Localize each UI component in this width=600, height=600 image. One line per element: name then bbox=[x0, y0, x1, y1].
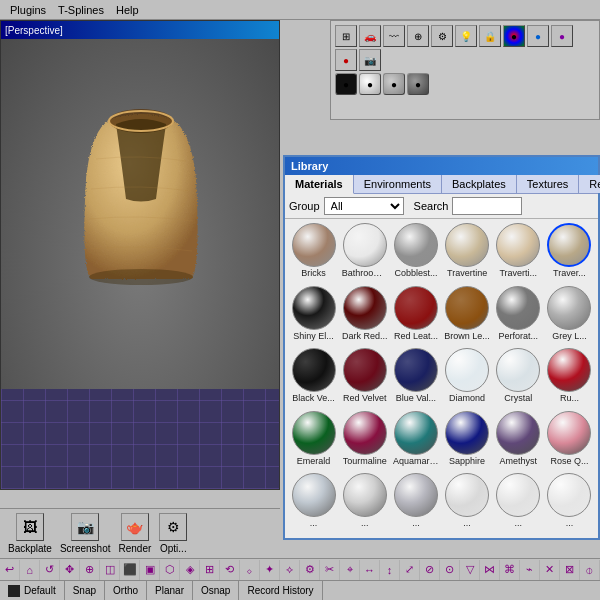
status-ortho[interactable]: Ortho bbox=[105, 581, 147, 600]
iconbar-btn-8[interactable]: ▣ bbox=[140, 560, 160, 580]
tool-color[interactable]: ● bbox=[503, 25, 525, 47]
render-tool[interactable]: 🫖 Render bbox=[119, 513, 152, 554]
iconbar-btn-11[interactable]: ⊞ bbox=[200, 560, 220, 580]
iconbar-btn-22[interactable]: ⊘ bbox=[420, 560, 440, 580]
iconbar-btn-4[interactable]: ✥ bbox=[60, 560, 80, 580]
material-sphere[interactable] bbox=[547, 286, 591, 330]
tool-grey-sphere[interactable]: ● bbox=[383, 73, 405, 95]
material-sphere[interactable] bbox=[496, 223, 540, 267]
iconbar-btn-2[interactable]: ⌂ bbox=[20, 560, 40, 580]
material-item[interactable]: Crystal bbox=[494, 348, 543, 409]
viewport-canvas[interactable] bbox=[1, 39, 279, 489]
iconbar-btn-27[interactable]: ⌁ bbox=[520, 560, 540, 580]
tool-purple[interactable]: ● bbox=[551, 25, 573, 47]
material-sphere[interactable] bbox=[292, 473, 336, 517]
material-item[interactable]: Aquamarine bbox=[391, 411, 440, 472]
material-item[interactable]: ... bbox=[340, 473, 389, 534]
status-snap[interactable]: Snap bbox=[65, 581, 105, 600]
material-sphere[interactable] bbox=[343, 348, 387, 392]
iconbar-btn-17[interactable]: ✂ bbox=[320, 560, 340, 580]
material-sphere[interactable] bbox=[292, 348, 336, 392]
tool-light[interactable]: 💡 bbox=[455, 25, 477, 47]
iconbar-btn-21[interactable]: ⤢ bbox=[400, 560, 420, 580]
tool-dark-sphere[interactable]: ● bbox=[407, 73, 429, 95]
iconbar-btn-20[interactable]: ↕ bbox=[380, 560, 400, 580]
tool-black-sphere[interactable]: ● bbox=[335, 73, 357, 95]
material-sphere[interactable] bbox=[445, 348, 489, 392]
tab-environments[interactable]: Environments bbox=[354, 175, 442, 193]
iconbar-btn-19[interactable]: ↔ bbox=[360, 560, 380, 580]
material-sphere[interactable] bbox=[445, 473, 489, 517]
tool-car[interactable]: 🚗 bbox=[359, 25, 381, 47]
menu-tsplines[interactable]: T-Splines bbox=[52, 4, 110, 16]
material-sphere[interactable] bbox=[547, 411, 591, 455]
backplate-icon[interactable]: 🖼 bbox=[16, 513, 44, 541]
iconbar-btn-16[interactable]: ⚙ bbox=[300, 560, 320, 580]
iconbar-btn-13[interactable]: ⬦ bbox=[240, 560, 260, 580]
material-sphere[interactable] bbox=[343, 223, 387, 267]
material-item[interactable]: Travertine bbox=[443, 223, 492, 284]
material-sphere[interactable] bbox=[394, 223, 438, 267]
material-sphere[interactable] bbox=[292, 223, 336, 267]
status-record-history[interactable]: Record History bbox=[239, 581, 322, 600]
tool-lock[interactable]: 🔒 bbox=[479, 25, 501, 47]
screenshot-tool[interactable]: 📷 Screenshot bbox=[60, 513, 111, 554]
material-item[interactable]: Dark Red... bbox=[340, 286, 389, 347]
material-sphere[interactable] bbox=[343, 286, 387, 330]
material-item[interactable]: Amethyst bbox=[494, 411, 543, 472]
material-item[interactable]: Diamond bbox=[443, 348, 492, 409]
material-sphere[interactable] bbox=[292, 286, 336, 330]
material-item[interactable]: Red Velvet bbox=[340, 348, 389, 409]
material-item[interactable]: Bricks bbox=[289, 223, 338, 284]
material-sphere[interactable] bbox=[547, 348, 591, 392]
material-item[interactable]: Traver... bbox=[545, 223, 594, 284]
iconbar-btn-6[interactable]: ◫ bbox=[100, 560, 120, 580]
iconbar-btn-15[interactable]: ⟡ bbox=[280, 560, 300, 580]
material-item[interactable]: Brown Le... bbox=[443, 286, 492, 347]
tool-grid[interactable]: ⊞ bbox=[335, 25, 357, 47]
iconbar-btn-23[interactable]: ⊙ bbox=[440, 560, 460, 580]
material-sphere[interactable] bbox=[547, 223, 591, 267]
material-sphere[interactable] bbox=[343, 411, 387, 455]
material-item[interactable]: Traverti... bbox=[494, 223, 543, 284]
iconbar-btn-14[interactable]: ✦ bbox=[260, 560, 280, 580]
material-item[interactable]: Blue Val... bbox=[391, 348, 440, 409]
iconbar-btn-29[interactable]: ⊠ bbox=[560, 560, 580, 580]
viewport[interactable]: [Perspective] bbox=[0, 20, 280, 490]
material-sphere[interactable] bbox=[496, 473, 540, 517]
material-item[interactable]: Red Leat... bbox=[391, 286, 440, 347]
material-item[interactable]: Rose Q... bbox=[545, 411, 594, 472]
iconbar-btn-25[interactable]: ⋈ bbox=[480, 560, 500, 580]
material-sphere[interactable] bbox=[445, 411, 489, 455]
material-item[interactable]: Cobblest... bbox=[391, 223, 440, 284]
iconbar-btn-10[interactable]: ◈ bbox=[180, 560, 200, 580]
material-item[interactable]: Emerald bbox=[289, 411, 338, 472]
material-sphere[interactable] bbox=[445, 223, 489, 267]
material-item[interactable]: ... bbox=[545, 473, 594, 534]
material-item[interactable]: ... bbox=[289, 473, 338, 534]
group-select[interactable]: All bbox=[324, 197, 404, 215]
material-item[interactable]: ... bbox=[494, 473, 543, 534]
material-sphere[interactable] bbox=[496, 348, 540, 392]
material-item[interactable]: Tourmaline bbox=[340, 411, 389, 472]
material-sphere[interactable] bbox=[547, 473, 591, 517]
tool-red[interactable]: ● bbox=[335, 49, 357, 71]
iconbar-btn-12[interactable]: ⟲ bbox=[220, 560, 240, 580]
material-item[interactable]: Sapphire bbox=[443, 411, 492, 472]
tab-materials[interactable]: Materials bbox=[285, 175, 354, 194]
screenshot-icon[interactable]: 📷 bbox=[71, 513, 99, 541]
material-item[interactable]: Bathroom... bbox=[340, 223, 389, 284]
tool-gear[interactable]: ⚙ bbox=[431, 25, 453, 47]
backplate-tool[interactable]: 🖼 Backplate bbox=[8, 513, 52, 554]
iconbar-btn-1[interactable]: ↩ bbox=[0, 560, 20, 580]
tab-backplates[interactable]: Backplates bbox=[442, 175, 517, 193]
options-icon[interactable]: ⚙ bbox=[159, 513, 187, 541]
tab-textures[interactable]: Textures bbox=[517, 175, 580, 193]
iconbar-btn-26[interactable]: ⌘ bbox=[500, 560, 520, 580]
iconbar-btn-24[interactable]: ▽ bbox=[460, 560, 480, 580]
iconbar-btn-7[interactable]: ⬛ bbox=[120, 560, 140, 580]
search-input[interactable] bbox=[452, 197, 522, 215]
material-item[interactable]: Shiny El... bbox=[289, 286, 338, 347]
status-planar[interactable]: Planar bbox=[147, 581, 193, 600]
iconbar-btn-18[interactable]: ⌖ bbox=[340, 560, 360, 580]
